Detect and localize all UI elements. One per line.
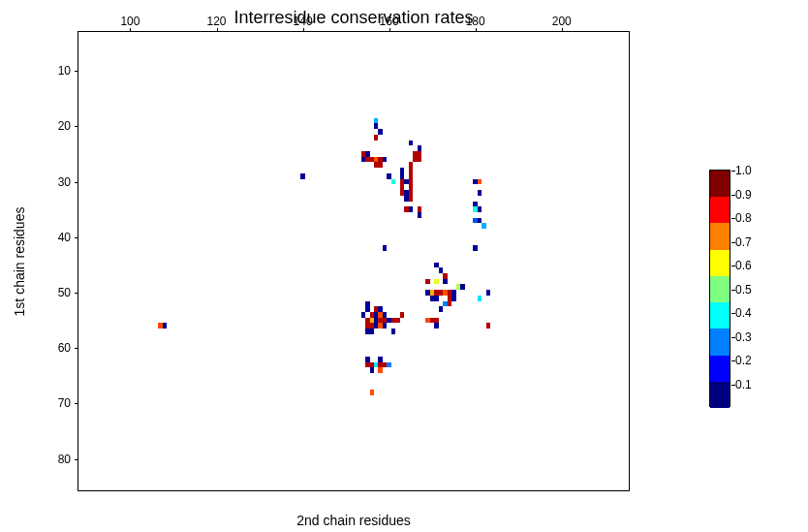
colorbar-tick-label: 0.5 — [735, 283, 752, 297]
heatmap-cell — [370, 390, 374, 395]
heatmap-cell — [434, 296, 438, 301]
chart-title: Interresidue conservation rates — [78, 8, 630, 28]
plot-area: 1001201401601802001020304050607080 — [78, 31, 630, 491]
heatmap-cell — [482, 223, 485, 229]
heatmap-cell — [391, 179, 395, 185]
heatmap-cell — [409, 141, 413, 146]
x-tick-label: 200 — [552, 15, 572, 28]
y-tick-label: 40 — [32, 231, 71, 244]
y-axis-label: 1st chain residues — [10, 31, 29, 491]
heatmap-cell — [370, 367, 374, 373]
heatmap-cell — [391, 329, 395, 334]
heatmap-cell — [300, 173, 304, 179]
heatmap-cell — [473, 245, 477, 251]
heatmap-cell — [439, 306, 443, 312]
heatmap-cell — [383, 157, 387, 163]
colorbar-tick-label: 0.3 — [735, 330, 752, 344]
heatmap-cell — [378, 367, 382, 373]
heatmap-cell — [374, 135, 378, 141]
colorbar-tick-label: 0.7 — [735, 235, 752, 249]
colorbar-tick-label: 1.0 — [735, 164, 752, 177]
heatmap-cell — [418, 157, 421, 163]
x-tick-label: 160 — [380, 15, 399, 28]
heatmap-cell — [370, 329, 374, 334]
colorbar-tick-label: 0.4 — [735, 306, 752, 320]
heatmap-cell — [378, 129, 382, 135]
colorbar-tick-label: 0.9 — [735, 188, 752, 202]
heatmap-cell — [486, 323, 490, 329]
colorbar: 0.10.20.30.40.50.60.70.80.91.0 — [709, 170, 730, 407]
chart-container: Interresidue conservation rates 1st chai… — [0, 0, 808, 532]
y-tick-label: 60 — [32, 341, 71, 355]
y-tick-label: 10 — [32, 64, 71, 78]
heatmap-cell — [163, 323, 167, 329]
heatmap-cell — [486, 290, 490, 296]
heatmap-cell — [451, 296, 455, 301]
colorbar-tick-label: 0.2 — [735, 354, 752, 367]
x-tick-label: 100 — [120, 15, 140, 28]
y-tick-label: 80 — [32, 453, 71, 466]
heatmap-cell — [418, 212, 421, 218]
y-tick-label: 20 — [32, 119, 71, 133]
heatmap-cell — [434, 323, 438, 329]
y-tick-label: 70 — [32, 396, 71, 410]
heatmap-cell — [478, 179, 482, 185]
heatmap-cell — [448, 301, 451, 307]
heatmap-cell — [409, 196, 413, 202]
heatmap-cell — [383, 245, 387, 251]
y-tick-label: 50 — [32, 286, 71, 299]
colorbar-tick-label: 0.1 — [735, 378, 752, 391]
heatmap-cell — [409, 206, 413, 212]
heatmap-cell — [387, 362, 390, 368]
x-axis-label: 2nd chain residues — [78, 513, 630, 528]
heatmap-cell — [443, 279, 447, 285]
colorbar-tick-label: 0.8 — [735, 211, 752, 225]
colorbar-tick-label: 0.6 — [735, 259, 752, 272]
x-tick-label: 180 — [466, 15, 485, 28]
y-tick-label: 30 — [32, 175, 71, 189]
x-tick-label: 140 — [294, 15, 313, 28]
heatmap-cell — [478, 206, 482, 212]
heatmap-cell — [400, 312, 404, 318]
heatmap-cell — [378, 162, 382, 168]
heatmap-cell — [478, 190, 482, 196]
heatmap-cell — [383, 323, 387, 329]
x-tick-label: 120 — [206, 15, 226, 28]
heatmap-cell — [395, 318, 399, 324]
heatmap-cell — [434, 279, 438, 285]
heatmap-cell — [478, 296, 482, 301]
heatmap-cell — [425, 279, 429, 285]
heatmap-cell — [460, 284, 464, 290]
